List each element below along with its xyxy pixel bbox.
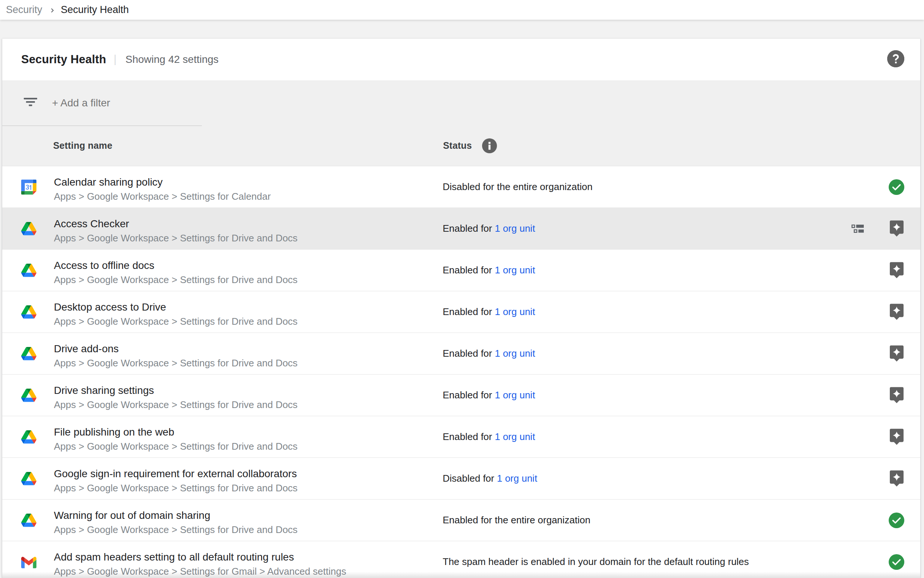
add-filter-button[interactable]: + Add a filter	[52, 96, 110, 110]
status-text: Enabled for	[443, 431, 495, 443]
status-text: Disabled for the entire organization	[443, 181, 592, 193]
setting-title: Desktop access to Drive	[54, 300, 298, 314]
filter-divider	[2, 125, 202, 126]
setting-row[interactable]: Add spam headers setting to all default …	[2, 541, 920, 578]
status-text: Enabled for	[443, 306, 495, 318]
setting-row[interactable]: Drive sharing settingsApps > Google Work…	[2, 374, 920, 416]
setting-status: Enabled for 1 org unit	[443, 416, 535, 458]
setting-title: Calendar sharing policy	[54, 175, 270, 189]
setting-status: Disabled for 1 org unit	[443, 458, 537, 499]
setting-status: Enabled for 1 org unit	[443, 291, 535, 333]
status-text: Enabled for the entire organization	[443, 515, 591, 526]
filter-list-icon[interactable]	[24, 97, 37, 106]
setting-path: Apps > Google Workspace > Settings for G…	[54, 564, 346, 578]
setting-path: Apps > Google Workspace > Settings for D…	[54, 481, 298, 495]
status-text: The spam header is enabled in your domai…	[443, 556, 749, 568]
setting-path: Apps > Google Workspace > Settings for D…	[54, 523, 298, 537]
org-unit-link[interactable]: 1 org unit	[495, 390, 535, 401]
breadcrumb-current: Security Health	[61, 4, 129, 16]
setting-row[interactable]: Calendar sharing policyApps > Google Wor…	[2, 166, 920, 208]
status-text: Enabled for	[443, 348, 495, 359]
recommendation-spark-icon[interactable]	[890, 304, 903, 320]
setting-row[interactable]: Google sign-in requirement for external …	[2, 458, 920, 499]
org-unit-link[interactable]: 1 org unit	[495, 431, 535, 443]
page-title: Security Health	[21, 53, 106, 66]
setting-path: Apps > Google Workspace > Settings for D…	[54, 356, 298, 370]
title-separator: |	[114, 53, 117, 65]
check-circle-icon	[889, 554, 904, 570]
check-circle-icon	[889, 513, 904, 528]
setting-status: Enabled for 1 org unit	[443, 250, 535, 291]
status-text: Enabled for	[443, 223, 495, 234]
recommendation-spark-icon[interactable]	[890, 470, 903, 487]
org-unit-link[interactable]: 1 org unit	[497, 473, 537, 484]
setting-path: Apps > Google Workspace > Settings for D…	[54, 231, 298, 245]
setting-status: Enabled for 1 org unit	[443, 208, 535, 249]
google-drive-icon	[21, 429, 36, 445]
card-header: Security Health | Showing 42 settings	[2, 39, 920, 80]
setting-title: Access to offline docs	[54, 258, 298, 273]
status-text: Disabled for	[443, 473, 497, 484]
column-header-status: Status	[443, 138, 472, 153]
chevron-right-icon	[48, 6, 57, 15]
google-calendar-icon	[21, 179, 36, 195]
google-drive-icon	[21, 513, 36, 528]
org-unit-link[interactable]: 1 org unit	[495, 265, 535, 276]
google-drive-icon	[21, 471, 36, 486]
setting-row[interactable]: File publishing on the webApps > Google …	[2, 416, 920, 458]
column-header-setting-name: Setting name	[53, 138, 112, 153]
setting-title: Google sign-in requirement for external …	[54, 467, 298, 481]
google-drive-icon	[21, 221, 36, 236]
recommendation-spark-icon[interactable]	[890, 262, 903, 279]
google-drive-icon	[21, 304, 36, 320]
setting-title: Access Checker	[54, 217, 298, 231]
google-drive-icon	[21, 346, 36, 361]
org-unit-link[interactable]: 1 org unit	[495, 223, 535, 234]
help-icon	[887, 50, 904, 67]
gmail-icon	[21, 554, 36, 570]
setting-path: Apps > Google Workspace > Settings for C…	[54, 189, 270, 203]
google-drive-icon	[21, 263, 36, 278]
org-unit-link[interactable]: 1 org unit	[495, 306, 535, 318]
setting-status: Enabled for the entire organization	[443, 500, 591, 541]
setting-row[interactable]: Desktop access to DriveApps > Google Wor…	[2, 291, 920, 333]
recommendation-spark-icon[interactable]	[890, 387, 903, 404]
recommendation-spark-icon[interactable]	[890, 220, 903, 237]
showing-settings-count: Showing 42 settings	[126, 54, 219, 65]
setting-title: Drive add-ons	[54, 342, 298, 356]
setting-path: Apps > Google Workspace > Settings for D…	[54, 314, 298, 328]
info-icon[interactable]	[482, 138, 497, 153]
setting-row[interactable]: Access CheckerApps > Google Workspace > …	[2, 208, 920, 249]
breadcrumb-parent-link[interactable]: Security	[6, 4, 42, 16]
setting-row[interactable]: Access to offline docsApps > Google Work…	[2, 249, 920, 291]
setting-row[interactable]: Warning for out of domain sharingApps > …	[2, 499, 920, 541]
org-unit-link[interactable]: 1 org unit	[495, 348, 535, 359]
setting-title: Drive sharing settings	[54, 383, 298, 398]
breadcrumb: Security Security Health	[0, 0, 924, 20]
org-units-icon[interactable]	[851, 224, 864, 233]
setting-title: File publishing on the web	[54, 425, 298, 439]
recommendation-spark-icon[interactable]	[890, 345, 903, 362]
setting-path: Apps > Google Workspace > Settings for D…	[54, 439, 298, 453]
security-health-card: Security Health | Showing 42 settings + …	[2, 39, 920, 578]
status-text: Enabled for	[443, 390, 495, 401]
setting-status: Enabled for 1 org unit	[443, 375, 535, 416]
setting-path: Apps > Google Workspace > Settings for D…	[54, 273, 298, 287]
setting-title: Add spam headers setting to all default …	[54, 550, 346, 564]
filter-and-table-header: + Add a filter Setting name Status	[2, 80, 920, 166]
status-text: Enabled for	[443, 265, 495, 276]
setting-status: Disabled for the entire organization	[443, 166, 592, 208]
recommendation-spark-icon[interactable]	[890, 429, 903, 445]
setting-status: The spam header is enabled in your domai…	[443, 541, 749, 578]
check-circle-icon	[889, 179, 904, 195]
help-button[interactable]	[887, 50, 904, 67]
setting-title: Warning for out of domain sharing	[54, 508, 298, 523]
setting-path: Apps > Google Workspace > Settings for D…	[54, 398, 298, 412]
settings-table-body: Calendar sharing policyApps > Google Wor…	[2, 166, 920, 578]
setting-status: Enabled for 1 org unit	[443, 333, 535, 374]
google-drive-icon	[21, 388, 36, 403]
setting-row[interactable]: Drive add-onsApps > Google Workspace > S…	[2, 333, 920, 374]
